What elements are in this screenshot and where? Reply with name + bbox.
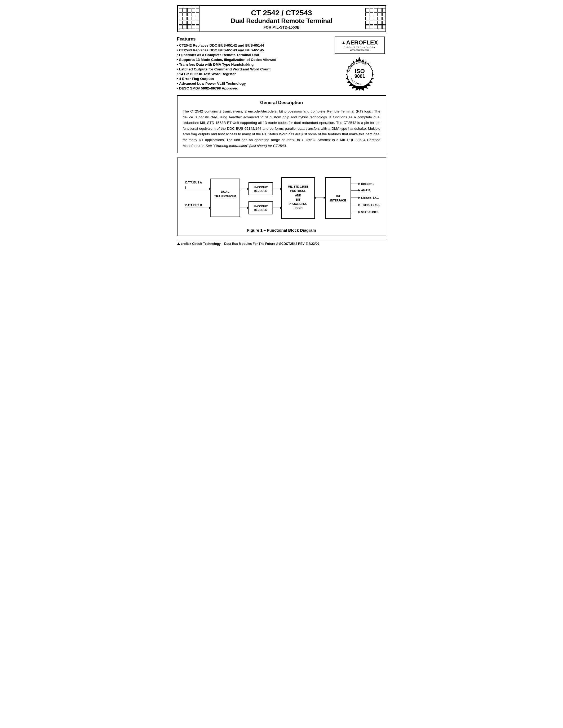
svg-text:LOGIC: LOGIC xyxy=(294,207,303,210)
iso-badge: AEROFLEX LABS INC. ISO 9001 C E R T I F … xyxy=(343,57,377,91)
features-list: CT2542 Replaces DDC BUS-65142 and BUS-65… xyxy=(177,43,328,90)
features-heading: Features xyxy=(177,37,328,42)
footer: eroflex Circuit Technology – Data Bus Mo… xyxy=(177,240,386,246)
aeroflex-name: ▲ AEROFLEX xyxy=(339,39,381,46)
svg-marker-48 xyxy=(358,189,360,191)
feature-item-3: Functions as a Complete Remote Terminal … xyxy=(177,53,328,57)
svg-rect-41 xyxy=(325,178,351,219)
feature-item-2: CT2543 Replaces DDC BUS-65143 and BUS-65… xyxy=(177,48,328,52)
svg-text:PROCESSING: PROCESSING xyxy=(289,202,307,205)
svg-text:INTERFACE: INTERFACE xyxy=(330,199,346,202)
svg-text:DECODER: DECODER xyxy=(254,209,267,212)
feature-item-5: Transfers Data with DMA Type Handshaking xyxy=(177,62,328,66)
features-section: Features CT2542 Replaces DDC BUS-65142 a… xyxy=(177,37,386,91)
aeroflex-url: www.aeroflex.com xyxy=(339,49,381,51)
svg-marker-54 xyxy=(358,204,360,206)
feature-item-7: 14 Bit Built-In-Test Word Register xyxy=(177,72,328,76)
general-desc-title: General Description xyxy=(183,100,381,105)
header-title-main: CT 2542 / CT2543 xyxy=(199,9,364,17)
footer-text: eroflex Circuit Technology – Data Bus Mo… xyxy=(181,242,319,246)
header-banner: CT 2542 / CT2543 Dual Redundant Remote T… xyxy=(177,5,386,32)
header-title-sub: Dual Redundant Remote Terminal xyxy=(199,17,364,25)
feature-item-10: DESC SMD# 5962–89798 Approved xyxy=(177,86,328,90)
aeroflex-sub: CIRCUIT TECHNOLOGY xyxy=(339,46,381,49)
diagram-svg-wrap: DATA BUS A DATA BUS B DUAL TRANSCEIVER xyxy=(183,162,381,226)
block-diagram-box: DATA BUS A DATA BUS B DUAL TRANSCEIVER xyxy=(177,158,386,236)
feature-item-6: Latched Outputs for Command Word and Wor… xyxy=(177,67,328,71)
feature-item-8: 4 Error Flag Outputs xyxy=(177,77,328,81)
svg-text:DATA BUS A: DATA BUS A xyxy=(185,181,202,184)
svg-marker-58 xyxy=(358,211,360,213)
svg-text:ENCODER/: ENCODER/ xyxy=(253,186,267,189)
header-grid-left xyxy=(178,7,199,30)
features-right: ▲ AEROFLEX CIRCUIT TECHNOLOGY www.aerofl… xyxy=(333,37,386,91)
general-desc-body: The CT2542 contains 2 transceivers, 2 en… xyxy=(183,109,381,149)
svg-text:A0-A11: A0-A11 xyxy=(361,189,371,192)
figure-caption: Figure 1 – Functional Block Diagram xyxy=(183,228,381,232)
general-description-box: General Description The CT2542 contains … xyxy=(177,95,386,153)
svg-marker-45 xyxy=(358,183,360,185)
aeroflex-logo-box: ▲ AEROFLEX CIRCUIT TECHNOLOGY www.aerofl… xyxy=(335,37,385,54)
svg-text:AND: AND xyxy=(295,194,301,197)
svg-text:9001: 9001 xyxy=(354,74,365,79)
features-left: Features CT2542 Replaces DDC BUS-65142 a… xyxy=(177,37,328,91)
svg-marker-51 xyxy=(358,197,360,199)
svg-text:DATA BUS B: DATA BUS B xyxy=(185,204,202,207)
svg-text:DECODER: DECODER xyxy=(254,190,267,193)
svg-text:ERROR FLAG: ERROR FLAG xyxy=(361,196,379,199)
svg-text:TRANSCEIVER: TRANSCEIVER xyxy=(214,195,236,198)
svg-text:MIL-STD-1553B: MIL-STD-1553B xyxy=(288,185,309,188)
footer-triangle-icon xyxy=(177,242,180,245)
svg-text:I/O: I/O xyxy=(336,195,340,198)
feature-item-9: Advanced Low Power VLSI Technology xyxy=(177,82,328,86)
general-desc-italic: See "Ordering Information" (last sheet) … xyxy=(205,144,287,148)
svg-text:TIMING FLAGS: TIMING FLAGS xyxy=(361,204,380,206)
header-title-for: FOR MIL-STD-1553B xyxy=(199,25,364,29)
svg-text:DUAL: DUAL xyxy=(221,190,229,193)
svg-text:DB0-DB15: DB0-DB15 xyxy=(361,183,374,186)
svg-text:PROTOCOL: PROTOCOL xyxy=(290,190,306,193)
svg-text:STATUS BITS: STATUS BITS xyxy=(361,211,378,214)
svg-text:ENCODER/: ENCODER/ xyxy=(253,205,267,208)
header-text: CT 2542 / CT2543 Dual Redundant Remote T… xyxy=(199,6,364,32)
feature-item-1: CT2542 Replaces DDC BUS-65142 and BUS-65… xyxy=(177,43,328,47)
feature-item-4: Supports 13 Mode Codes, Illegalization o… xyxy=(177,58,328,62)
header-grid-right xyxy=(364,7,386,30)
svg-text:BIT: BIT xyxy=(296,198,301,201)
